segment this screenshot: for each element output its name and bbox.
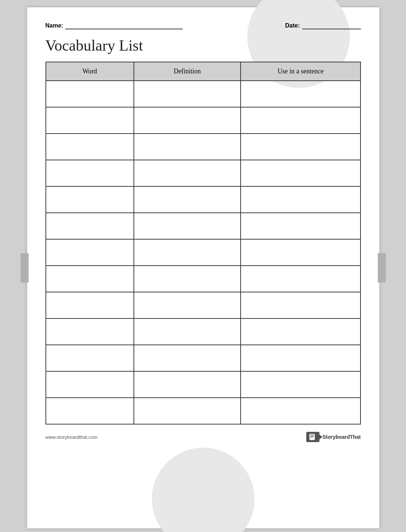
table-cell-sentence[interactable]: [241, 134, 360, 160]
table-row: [46, 398, 361, 424]
table-cell-definition[interactable]: [134, 134, 241, 160]
table-cell-definition[interactable]: [134, 398, 241, 424]
table-row: [46, 186, 361, 213]
table-cell-word[interactable]: [46, 292, 134, 318]
table-row: [46, 292, 361, 318]
table-cell-sentence[interactable]: [241, 160, 360, 186]
bg-circle-bottom: [152, 448, 255, 532]
table-row: [46, 266, 361, 292]
page: Name: Date: Vocabulary List Word Definit…: [27, 7, 379, 528]
name-label: Name:: [45, 22, 63, 29]
table-cell-definition[interactable]: [134, 107, 241, 134]
footer-logo: StoryboardThat: [306, 432, 361, 442]
table-cell-definition[interactable]: [134, 345, 241, 371]
header-row: Name: Date:: [45, 22, 361, 29]
table-row: [46, 160, 361, 186]
table-row: [46, 318, 361, 345]
footer-website: www.storyboardthat.com: [45, 434, 98, 440]
table-cell-word[interactable]: [46, 318, 134, 345]
column-header-sentence: Use in a sentence: [241, 62, 360, 81]
logo-icon: [306, 432, 319, 442]
table-cell-word[interactable]: [46, 186, 134, 213]
name-line[interactable]: [65, 22, 183, 29]
date-line[interactable]: [302, 22, 361, 29]
table-cell-definition[interactable]: [134, 239, 241, 266]
table-row: [46, 134, 361, 160]
table-cell-definition[interactable]: [134, 266, 241, 292]
table-cell-sentence[interactable]: [241, 345, 360, 371]
table-row: [46, 345, 361, 371]
table-cell-sentence[interactable]: [241, 318, 360, 345]
page-title: Vocabulary List: [45, 37, 361, 54]
table-cell-definition[interactable]: [134, 186, 241, 213]
table-cell-word[interactable]: [46, 134, 134, 160]
table-cell-word[interactable]: [46, 107, 134, 134]
table-header-row: Word Definition Use in a sentence: [46, 62, 361, 81]
date-label: Date:: [285, 22, 300, 29]
table-row: [46, 213, 361, 239]
table-cell-word[interactable]: [46, 398, 134, 424]
table-cell-word[interactable]: [46, 160, 134, 186]
table-cell-sentence[interactable]: [241, 239, 360, 266]
table-cell-definition[interactable]: [134, 213, 241, 239]
date-field: Date:: [285, 22, 361, 29]
table-cell-definition[interactable]: [134, 371, 241, 398]
side-tab-left: [21, 253, 29, 283]
side-tab-right: [378, 253, 386, 283]
vocabulary-table: Word Definition Use in a sentence: [45, 62, 361, 424]
table-cell-word[interactable]: [46, 239, 134, 266]
footer: www.storyboardthat.com StoryboardThat: [45, 432, 361, 442]
table-cell-sentence[interactable]: [241, 292, 360, 318]
table-cell-definition[interactable]: [134, 160, 241, 186]
table-cell-definition[interactable]: [134, 292, 241, 318]
table-cell-definition[interactable]: [134, 318, 241, 345]
column-header-definition: Definition: [134, 62, 241, 81]
table-row: [46, 81, 361, 107]
table-cell-word[interactable]: [46, 266, 134, 292]
table-cell-sentence[interactable]: [241, 213, 360, 239]
table-row: [46, 371, 361, 398]
table-cell-sentence[interactable]: [241, 107, 360, 134]
table-row: [46, 107, 361, 134]
name-field: Name:: [45, 22, 183, 29]
table-cell-sentence[interactable]: [241, 81, 360, 107]
table-cell-sentence[interactable]: [241, 266, 360, 292]
table-row: [46, 239, 361, 266]
table-cell-definition[interactable]: [134, 81, 241, 107]
column-header-word: Word: [46, 62, 134, 81]
brand-name: StoryboardThat: [322, 434, 361, 440]
table-cell-sentence[interactable]: [241, 398, 360, 424]
table-cell-word[interactable]: [46, 345, 134, 371]
table-cell-word[interactable]: [46, 371, 134, 398]
table-cell-word[interactable]: [46, 213, 134, 239]
table-cell-sentence[interactable]: [241, 186, 360, 213]
table-cell-sentence[interactable]: [241, 371, 360, 398]
table-cell-word[interactable]: [46, 81, 134, 107]
